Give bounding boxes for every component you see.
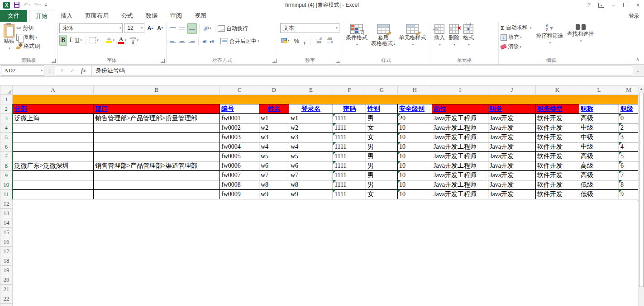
- row-header-20[interactable]: 20: [0, 275, 13, 285]
- cancel-entry-button[interactable]: ×: [61, 67, 64, 74]
- cell-M3[interactable]: 0: [619, 114, 639, 123]
- cell-J8[interactable]: Java开发: [488, 161, 536, 171]
- empty-row-12[interactable]: [13, 199, 639, 209]
- clear-button[interactable]: 清除▾: [501, 43, 532, 51]
- cell-I8[interactable]: Java开发工程师: [432, 161, 488, 171]
- cell-I5[interactable]: Java开发工程师: [432, 133, 488, 142]
- cell-B6[interactable]: [94, 142, 220, 152]
- cell-D9[interactable]: w7: [259, 171, 289, 180]
- delete-cells-button[interactable]: × 删除 ▾: [447, 23, 461, 48]
- cell-E2[interactable]: 登录名: [289, 104, 333, 114]
- column-header-A[interactable]: A: [13, 85, 94, 95]
- formula-bar-input[interactable]: 身份证号码: [92, 66, 633, 76]
- bold-button[interactable]: B: [59, 35, 67, 46]
- cell-I6[interactable]: Java开发工程师: [432, 142, 488, 152]
- cell-M7[interactable]: 5: [619, 152, 639, 161]
- cell-L7[interactable]: 高级: [579, 152, 619, 161]
- cell-L6[interactable]: 中级: [579, 142, 619, 152]
- cell-L8[interactable]: 高级: [579, 161, 619, 171]
- cell-B5[interactable]: [94, 133, 220, 142]
- row-header-19[interactable]: 19: [0, 266, 13, 275]
- cell-A3[interactable]: 泛微上海: [13, 114, 94, 123]
- clipboard-dialog-launcher[interactable]: [52, 59, 56, 63]
- cell-K5[interactable]: 软件开发: [536, 133, 579, 142]
- redo-button[interactable]: ↷▾: [34, 2, 41, 8]
- grow-font-button[interactable]: A▴: [146, 23, 154, 33]
- tab-file[interactable]: 文件: [0, 10, 27, 22]
- percent-style-button[interactable]: %: [293, 36, 301, 46]
- cell-G11[interactable]: 女: [366, 190, 398, 199]
- fill-color-button[interactable]: ▾: [105, 35, 116, 45]
- cell-E10[interactable]: w8: [289, 180, 333, 190]
- font-size-combo[interactable]: 12▾: [124, 23, 144, 33]
- cell-D2[interactable]: 姓名: [259, 104, 289, 114]
- row-header-17[interactable]: 17: [0, 247, 13, 256]
- cell-F8[interactable]: 1111: [333, 161, 366, 171]
- cell-M4[interactable]: 2: [619, 123, 639, 133]
- cell-J11[interactable]: Java开发: [488, 190, 536, 199]
- cell-C5[interactable]: fw0003: [220, 133, 259, 142]
- cell-A8[interactable]: 泛微广东>泛微深圳: [13, 161, 94, 171]
- cell-I11[interactable]: Java开发工程师: [432, 190, 488, 199]
- align-middle-button[interactable]: [178, 24, 186, 33]
- cell-B2[interactable]: 部门: [94, 104, 220, 114]
- row-header-16[interactable]: 16: [0, 237, 13, 247]
- save-button[interactable]: [14, 2, 19, 8]
- cell-C2[interactable]: 编号: [220, 104, 259, 114]
- column-header-D[interactable]: D: [259, 85, 289, 95]
- row-header-23[interactable]: 23: [0, 304, 13, 306]
- cell-H11[interactable]: 10: [398, 190, 432, 199]
- row-header-12[interactable]: 12: [0, 199, 13, 209]
- minimize-button[interactable]: –: [607, 0, 620, 10]
- name-box[interactable]: AD2▾: [1, 66, 44, 76]
- cell-J6[interactable]: Java开发: [488, 142, 536, 152]
- empty-row-13[interactable]: [13, 209, 639, 218]
- customize-qat-button[interactable]: ▾: [45, 3, 47, 7]
- cell-A7[interactable]: [13, 152, 94, 161]
- row-header-18[interactable]: 18: [0, 256, 13, 266]
- row-header-13[interactable]: 13: [0, 209, 13, 218]
- cell-G10[interactable]: 男: [366, 180, 398, 190]
- align-left-button[interactable]: [168, 36, 177, 46]
- cell-I9[interactable]: Java开发工程师: [432, 171, 488, 180]
- cell-B3[interactable]: 销售管理部>产品管理部>质量管理部: [94, 114, 220, 123]
- confirm-entry-button[interactable]: ✓: [70, 67, 75, 74]
- cell-F3[interactable]: 1111: [333, 114, 366, 123]
- sign-in-link[interactable]: 登录: [629, 10, 644, 22]
- cell-E6[interactable]: w4: [289, 142, 333, 152]
- row-header-4[interactable]: 4: [0, 123, 13, 133]
- help-button[interactable]: ?: [583, 0, 595, 10]
- cell-B7[interactable]: [94, 152, 220, 161]
- cell-L5[interactable]: 中级: [579, 133, 619, 142]
- cell-C6[interactable]: fw0004: [220, 142, 259, 152]
- column-header-E[interactable]: E: [289, 85, 333, 95]
- cell-H2[interactable]: 安全级别: [398, 104, 432, 114]
- column-header-C[interactable]: C: [220, 85, 259, 95]
- cell-D11[interactable]: w9: [259, 190, 289, 199]
- close-button[interactable]: ×: [632, 0, 644, 10]
- sort-filter-button[interactable]: AZ▼ 排序和筛选 ▾: [534, 23, 565, 47]
- decrease-indent-button[interactable]: ◂≡: [201, 36, 208, 46]
- cell-D4[interactable]: w2: [259, 123, 289, 133]
- cell-L10[interactable]: 低级: [579, 180, 619, 190]
- empty-row-19[interactable]: [13, 266, 639, 275]
- cell-A6[interactable]: [13, 142, 94, 152]
- cell-A4[interactable]: [13, 123, 94, 133]
- cell-G4[interactable]: 女: [366, 123, 398, 133]
- cell-B11[interactable]: [94, 190, 220, 199]
- cell-G3[interactable]: 男: [366, 114, 398, 123]
- cell-E9[interactable]: w7: [289, 171, 333, 180]
- alignment-dialog-launcher[interactable]: [272, 59, 277, 63]
- cell-E7[interactable]: w5: [289, 152, 333, 161]
- cell-K4[interactable]: 软件开发: [536, 123, 579, 133]
- scroll-up-icon[interactable]: ▲: [639, 85, 644, 92]
- cell-M11[interactable]: 9: [619, 190, 639, 199]
- cell-row1-orange-band[interactable]: [13, 95, 639, 104]
- cut-button[interactable]: ✂ 剪切: [16, 24, 40, 32]
- collapse-ribbon-button[interactable]: ∧: [636, 56, 639, 62]
- cell-A11[interactable]: [13, 190, 94, 199]
- cell-M6[interactable]: 4: [619, 142, 639, 152]
- cell-H4[interactable]: 10: [398, 123, 432, 133]
- empty-row-21[interactable]: [13, 285, 639, 294]
- cell-F10[interactable]: 1111: [333, 180, 366, 190]
